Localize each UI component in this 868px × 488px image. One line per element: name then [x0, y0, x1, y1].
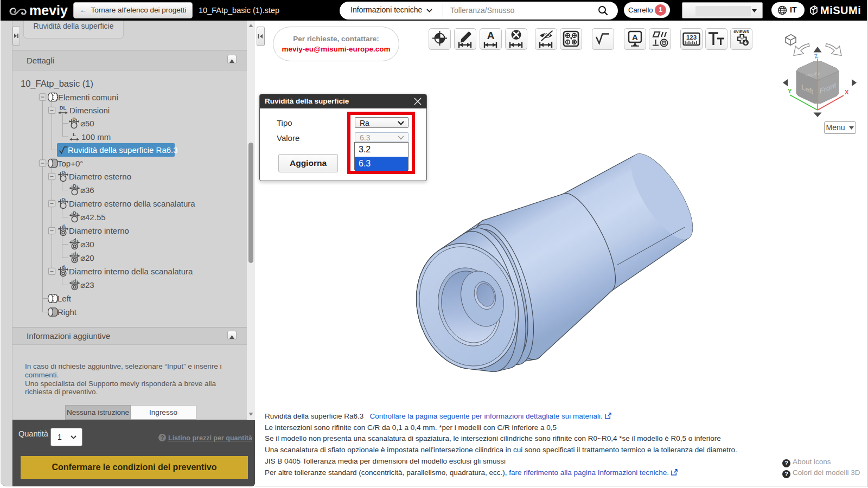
svg-text:A: A [487, 30, 495, 41]
svg-text:Top+0°: Top+0° [58, 159, 83, 168]
svg-text:Right: Right [58, 307, 77, 317]
svg-text:100 mm: 100 mm [81, 132, 111, 142]
svg-text:⌀36: ⌀36 [80, 185, 94, 195]
svg-text:X: X [845, 89, 849, 95]
svg-text:Diametro esterno: Diametro esterno [69, 172, 131, 181]
svg-text:6VIEWS: 6VIEWS [733, 29, 749, 34]
svg-text:Ruvidità della superficie Ra6.: Ruvidità della superficie Ra6.3 [68, 145, 178, 155]
svg-text:Y: Y [788, 88, 792, 94]
svg-text:⌀50: ⌀50 [80, 119, 94, 128]
svg-text:Z: Z [814, 52, 819, 59]
svg-text:⌀23: ⌀23 [80, 280, 94, 290]
svg-text:Diametro interno della scanala: Diametro interno della scanalatura [69, 267, 193, 276]
svg-text:123: 123 [686, 34, 697, 41]
svg-text:Elementi comuni: Elementi comuni [58, 93, 118, 102]
svg-text:10_FAtp_basic (1): 10_FAtp_basic (1) [21, 79, 93, 89]
svg-text:Dimensioni: Dimensioni [69, 106, 110, 115]
svg-text:⌀30: ⌀30 [80, 240, 94, 249]
svg-text:Diametro esterno della scanala: Diametro esterno della scanalatura [69, 199, 195, 208]
svg-text:Left: Left [58, 294, 72, 303]
svg-text:⌀20: ⌀20 [80, 253, 94, 262]
svg-text:A: A [632, 33, 638, 42]
svg-text:⌀42.55: ⌀42.55 [80, 213, 106, 222]
svg-text:Diametro interno: Diametro interno [69, 226, 129, 235]
